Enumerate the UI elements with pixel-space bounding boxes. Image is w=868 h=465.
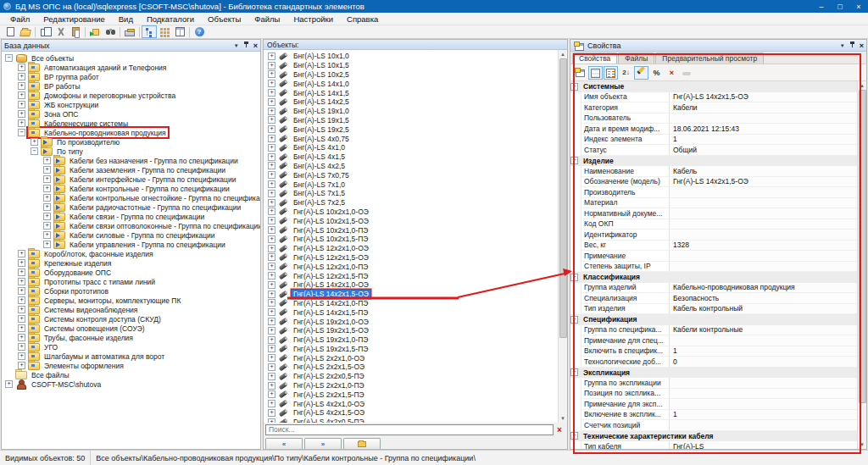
expand-plus-icon[interactable]: + [43, 185, 51, 192]
expand-plus-icon[interactable]: + [268, 253, 275, 261]
tree-item[interactable]: +CSOFT-MSC\shutova [2, 379, 260, 389]
tree-item[interactable]: +Кабели контрольные - Группа по специфик… [2, 184, 260, 193]
object-item[interactable]: +Гнг(А)-LS 12х2х1,5-ОЭ [264, 253, 558, 263]
maximize-button[interactable]: □ [831, 0, 849, 13]
expand-plus-icon[interactable]: + [268, 245, 275, 252]
expand-plus-icon[interactable]: + [18, 82, 25, 90]
paste-button[interactable] [68, 25, 83, 38]
tree-view-button[interactable] [142, 25, 157, 38]
property-section[interactable]: −Классификация [570, 272, 857, 283]
object-item[interactable]: +Бнг(А)-LS 14х1,5 [264, 88, 558, 97]
expand-plus-icon[interactable]: + [18, 64, 25, 71]
expand-plus-icon[interactable]: + [268, 226, 275, 234]
menu-item-2[interactable]: Вид [112, 14, 140, 25]
object-item[interactable]: +Гнг(А)-LS 19х2х1,5-ОЭ [264, 326, 558, 335]
expand-plus-icon[interactable]: + [18, 73, 25, 80]
tree-item[interactable]: +Системы видеонаблюдения [2, 305, 260, 314]
tree-item[interactable]: −Все объекты [2, 53, 260, 63]
menu-item-3[interactable]: Подкаталоги [140, 14, 201, 25]
expand-plus-icon[interactable]: + [18, 259, 25, 267]
expand-minus-icon[interactable]: − [570, 274, 578, 281]
tree-item[interactable]: +Кабели без назначения - Группа по специ… [2, 156, 260, 165]
object-item[interactable]: +Гнг(А)-LS 14х2х1,0-ПЭ [264, 299, 558, 308]
expand-plus-icon[interactable]: + [18, 324, 25, 332]
scroll-up-icon[interactable]: ▲ [858, 81, 866, 90]
expand-plus-icon[interactable]: + [268, 327, 275, 335]
property-row[interactable]: Нормативный докуме... [570, 208, 857, 219]
object-item[interactable]: +Бнг(А)-LS 10х1,5 [264, 61, 558, 70]
tree-item[interactable]: +Прототипы трасс с типами линий [2, 277, 260, 286]
tree-item[interactable]: +УГО [2, 342, 260, 352]
expand-plus-icon[interactable]: + [18, 268, 25, 276]
expand-plus-icon[interactable]: + [268, 400, 275, 407]
property-row[interactable]: Имя объектаГнг(А)-LS 14х2х1,5-ОЭ [570, 92, 857, 103]
object-item[interactable]: +Гнг(А)-LS 10х2х1,0-ПЭ [264, 225, 558, 235]
object-item[interactable]: +Гнг(А)-LS 2х2х1,5-ОЭ [264, 363, 558, 372]
property-row[interactable]: Технологические доб...0 [570, 357, 857, 368]
property-section[interactable]: −Изделие [570, 156, 857, 167]
tree-item[interactable]: +Кабели силовые - Группа по спецификации [2, 230, 260, 240]
expand-minus-icon[interactable]: − [5, 54, 13, 62]
new-document-button[interactable] [3, 25, 18, 38]
expand-plus-icon[interactable]: + [268, 354, 275, 362]
expand-plus-icon[interactable]: + [268, 390, 275, 398]
expand-plus-icon[interactable]: + [268, 108, 275, 115]
expand-plus-icon[interactable]: + [268, 62, 275, 69]
expand-plus-icon[interactable]: + [268, 190, 275, 197]
expand-plus-icon[interactable]: + [268, 409, 275, 417]
tab-0[interactable]: Свойства [572, 53, 617, 64]
object-item[interactable]: +Гнг(А)-LS 2х2х1,5-ПЭ [264, 390, 558, 399]
expand-plus-icon[interactable]: + [18, 250, 25, 257]
scroll-down-icon[interactable]: ▼ [559, 414, 567, 423]
expand-plus-icon[interactable]: + [18, 278, 25, 285]
tree-item[interactable]: +ВР группа работ [2, 72, 260, 81]
expand-plus-icon[interactable]: + [43, 231, 51, 239]
menu-item-4[interactable]: Объекты [201, 14, 248, 25]
tree-item[interactable]: +Элементы оформления [2, 361, 260, 370]
expand-plus-icon[interactable]: + [268, 382, 275, 390]
property-row[interactable]: НаименованиеКабель [570, 166, 857, 177]
menu-item-7[interactable]: Справка [340, 14, 385, 25]
expand-plus-icon[interactable]: + [268, 199, 275, 207]
expand-plus-icon[interactable]: + [18, 343, 25, 351]
tab-1[interactable]: Файлы [618, 53, 654, 64]
object-item[interactable]: +Бнг(А)-LS 10х2,5 [264, 70, 558, 80]
properties-scrollbar[interactable]: ▲ ▼ [857, 81, 866, 449]
property-row[interactable]: Материал [570, 198, 857, 209]
expand-plus-icon[interactable]: + [43, 157, 51, 164]
tree-item[interactable]: +Крепежные изделия [2, 258, 260, 268]
object-item[interactable]: +Бнг(А)-LS 4х2,5 [264, 162, 558, 171]
cut-button[interactable] [53, 25, 68, 38]
object-item[interactable]: +Гнг(А)-LS 12х2х1,0-ОЭ [264, 244, 558, 253]
panel-menu-icon[interactable]: ▼ [234, 43, 239, 48]
property-section[interactable]: −Спецификация [570, 314, 857, 325]
tree-item[interactable]: +Системы оповещения (СОУЭ) [2, 324, 260, 333]
object-item[interactable]: +Гнг(А)-LS 14х2х1,5-ОЭ [264, 290, 558, 299]
help-button[interactable] [192, 25, 207, 38]
expand-plus-icon[interactable]: + [268, 53, 275, 60]
object-item[interactable]: +Бнг(А)-LS 4х1,0 [264, 143, 558, 152]
expand-minus-icon[interactable]: − [18, 129, 25, 136]
object-item[interactable]: +Бнг(А)-LS 4х1,5 [264, 152, 558, 162]
expand-plus-icon[interactable]: + [268, 308, 275, 316]
property-row[interactable]: Индекс элемента1 [570, 135, 857, 146]
expand-plus-icon[interactable]: + [268, 98, 275, 106]
expand-plus-icon[interactable]: + [5, 380, 13, 388]
expand-plus-icon[interactable]: + [18, 352, 25, 360]
object-item[interactable]: +Гнг(А)-LS 2х2х0,5-ПЭ [264, 372, 558, 381]
property-row[interactable]: Пользователь [570, 113, 857, 125]
object-item[interactable]: +Бнг(А)-LS 19х1,5 [264, 116, 558, 125]
expand-plus-icon[interactable]: + [18, 315, 25, 323]
property-row[interactable]: Тип изделияКабель контрольный [570, 304, 857, 315]
property-row[interactable]: Идентификатор [570, 230, 857, 241]
tree-item[interactable]: +Сборки прототипов [2, 286, 260, 296]
tree-item[interactable]: +Кабели связи - Группа по спецификации [2, 212, 260, 221]
expand-plus-icon[interactable]: + [268, 281, 275, 289]
expand-plus-icon[interactable]: + [268, 125, 275, 133]
objects-scrollbar[interactable]: ▲ ▼ [558, 50, 567, 423]
expand-plus-icon[interactable]: + [268, 373, 275, 380]
tree-item[interactable]: +Кабели интерфейсные - Группа по специфи… [2, 174, 260, 184]
expand-plus-icon[interactable]: + [18, 91, 25, 99]
object-item[interactable]: +Бнг(А)-LS 14х2,5 [264, 97, 558, 107]
expand-plus-icon[interactable]: + [18, 119, 25, 127]
